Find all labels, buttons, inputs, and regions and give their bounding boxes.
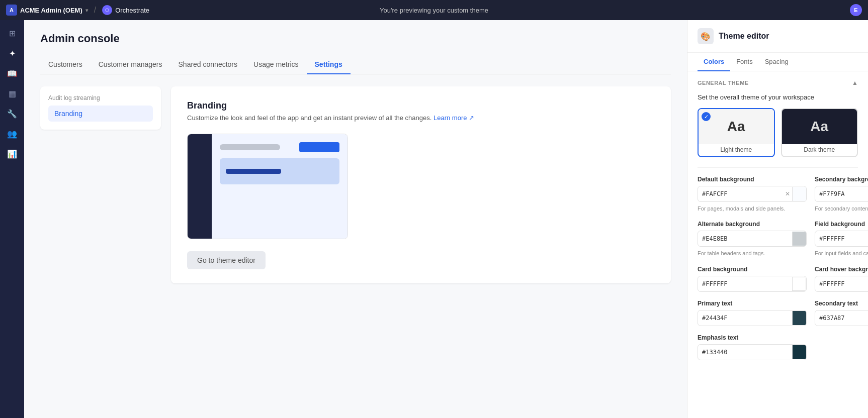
editor-body: GENERAL THEME ▲ Set the overall theme of… bbox=[687, 71, 868, 418]
editor-tab-spacing[interactable]: Spacing bbox=[759, 53, 795, 71]
primary-text-label: Primary text bbox=[698, 300, 807, 307]
preview-search-bar bbox=[220, 144, 280, 150]
sidebar-icon-grid[interactable]: ▦ bbox=[3, 84, 21, 102]
main-layout: ⊞ ✦ 📖 ▦ 🔧 👥 📊 Admin console Customers Cu… bbox=[0, 20, 868, 418]
tab-customers[interactable]: Customers bbox=[40, 55, 91, 74]
emphasis-text-hex-input[interactable] bbox=[698, 349, 792, 356]
goto-theme-editor-button[interactable]: Go to theme editor bbox=[187, 251, 266, 269]
card-bg-input-row bbox=[698, 276, 807, 292]
secondary-bg-label: Secondary background bbox=[815, 176, 868, 183]
logo-icon: A bbox=[6, 5, 17, 16]
preview-cta-button bbox=[299, 142, 339, 152]
preview-card bbox=[220, 158, 339, 184]
color-field-card-hover-bg: Card hover background bbox=[815, 266, 868, 292]
alternate-bg-desc: For table headers and tags. bbox=[698, 250, 807, 257]
color-field-card-bg: Card background bbox=[698, 266, 807, 292]
main-tabs: Customers Customer managers Shared conne… bbox=[40, 55, 671, 74]
preview-content-area bbox=[212, 134, 348, 239]
card-bg-swatch[interactable] bbox=[792, 277, 806, 291]
app-logo[interactable]: A ACME Admin (OEM) ▾ bbox=[6, 5, 88, 16]
sidebar-section-label: Audit log streaming bbox=[48, 94, 153, 101]
sidebar-icon-wrench[interactable]: 🔧 bbox=[3, 104, 21, 123]
card-bg-hex-input[interactable] bbox=[698, 280, 792, 287]
tab-shared-connectors[interactable]: Shared connectors bbox=[170, 55, 246, 74]
secondary-bg-hex-input[interactable] bbox=[815, 190, 868, 197]
top-bar: A ACME Admin (OEM) ▾ / ⬡ Orchestrate You… bbox=[0, 0, 868, 20]
light-theme-label: Light theme bbox=[699, 144, 774, 156]
sidebar-icon-home[interactable]: ⊞ bbox=[3, 24, 21, 42]
settings-branding-item[interactable]: Branding bbox=[48, 106, 153, 122]
alternate-bg-swatch[interactable] bbox=[792, 232, 806, 246]
divider-1 bbox=[698, 167, 858, 168]
emphasis-text-input-row bbox=[698, 344, 807, 360]
separator: / bbox=[94, 6, 96, 15]
primary-text-input-row bbox=[698, 310, 807, 326]
field-bg-hex-input[interactable] bbox=[815, 235, 868, 242]
theme-cards: ✓ Aa Light theme Aa Dark theme bbox=[698, 108, 858, 157]
card-bg-label: Card background bbox=[698, 266, 807, 273]
color-field-secondary-text: Secondary text bbox=[815, 300, 868, 326]
secondary-text-input-row bbox=[815, 310, 868, 326]
color-field-field-bg: Field background For input fields and ca… bbox=[815, 221, 868, 257]
preview-banner: You're previewing your custom theme bbox=[380, 7, 488, 14]
dark-theme-preview: Aa bbox=[782, 109, 857, 144]
primary-text-hex-input[interactable] bbox=[698, 315, 792, 322]
alternate-bg-label: Alternate background bbox=[698, 221, 807, 228]
selected-check-icon: ✓ bbox=[702, 112, 711, 121]
editor-tab-colors[interactable]: Colors bbox=[698, 53, 730, 71]
secondary-bg-desc: For secondary content or disabled state. bbox=[815, 205, 868, 213]
secondary-text-hex-input[interactable] bbox=[815, 315, 868, 322]
card-hover-bg-label: Card hover background bbox=[815, 266, 868, 273]
emphasis-text-label: Emphasis text bbox=[698, 334, 807, 341]
default-bg-desc: For pages, modals and side panels. bbox=[698, 205, 807, 213]
tab-settings[interactable]: Settings bbox=[307, 55, 351, 74]
learn-more-link[interactable]: Learn more ↗ bbox=[433, 114, 474, 122]
editor-tab-fonts[interactable]: Fonts bbox=[730, 53, 759, 71]
user-avatar[interactable]: E bbox=[850, 4, 862, 16]
color-field-default-bg: Default background ✕ For pages, modals a… bbox=[698, 176, 807, 213]
default-bg-clear-btn[interactable]: ✕ bbox=[783, 190, 792, 197]
emphasis-text-swatch[interactable] bbox=[792, 345, 806, 359]
default-bg-swatch[interactable] bbox=[792, 187, 806, 201]
field-bg-input-row bbox=[815, 231, 868, 247]
theme-preview bbox=[187, 134, 348, 239]
left-sidebar: ⊞ ✦ 📖 ▦ 🔧 👥 📊 bbox=[0, 20, 24, 418]
primary-text-swatch[interactable] bbox=[792, 311, 806, 325]
theme-editor-panel: 🎨 Theme editor Colors Fonts Spacing GENE… bbox=[687, 20, 868, 418]
app-name: ACME Admin (OEM) bbox=[20, 7, 82, 14]
card-hover-bg-hex-input[interactable] bbox=[815, 280, 868, 287]
orchestrate-icon: ⬡ bbox=[102, 5, 112, 15]
dark-theme-card[interactable]: Aa Dark theme bbox=[781, 108, 858, 157]
sidebar-icon-users[interactable]: 👥 bbox=[3, 125, 21, 143]
preview-card-line bbox=[226, 169, 281, 174]
tab-customer-managers[interactable]: Customer managers bbox=[91, 55, 170, 74]
color-field-emphasis-text: Emphasis text bbox=[698, 334, 807, 360]
content-area: Admin console Customers Customer manager… bbox=[24, 20, 687, 418]
alternate-bg-hex-input[interactable] bbox=[698, 235, 792, 242]
sidebar-icon-book[interactable]: 📖 bbox=[3, 64, 21, 82]
card-hover-bg-input-row bbox=[815, 276, 868, 292]
field-bg-desc: For input fields and canvas. bbox=[815, 250, 868, 257]
default-bg-hex-input[interactable] bbox=[698, 190, 783, 197]
default-bg-input-row: ✕ bbox=[698, 186, 807, 202]
preview-sidebar-bar bbox=[188, 134, 212, 239]
theme-editor-title: Theme editor bbox=[719, 32, 769, 41]
settings-main-panel: Branding Customize the look and feel of … bbox=[171, 86, 671, 283]
light-theme-card[interactable]: ✓ Aa Light theme bbox=[698, 108, 775, 157]
section-collapse-icon[interactable]: ▲ bbox=[852, 79, 858, 86]
sidebar-icon-settings[interactable]: ✦ bbox=[3, 44, 21, 62]
theme-editor-icon: 🎨 bbox=[698, 28, 714, 44]
tab-usage-metrics[interactable]: Usage metrics bbox=[245, 55, 306, 74]
secondary-text-label: Secondary text bbox=[815, 300, 868, 307]
general-theme-desc: Set the overall theme of your workspace bbox=[698, 93, 858, 101]
orchestrate-nav[interactable]: ⬡ Orchestrate bbox=[102, 5, 149, 15]
general-theme-section-header: GENERAL THEME ▲ bbox=[698, 79, 858, 86]
field-bg-label: Field background bbox=[815, 221, 868, 228]
branding-title: Branding bbox=[187, 100, 655, 111]
settings-sidebar: Audit log streaming Branding bbox=[40, 86, 161, 130]
sidebar-icon-chart[interactable]: 📊 bbox=[3, 145, 21, 163]
settings-layout: Audit log streaming Branding Branding Cu… bbox=[40, 86, 671, 283]
preview-top-row bbox=[220, 142, 339, 152]
color-fields-grid: Default background ✕ For pages, modals a… bbox=[698, 176, 858, 360]
alternate-bg-input-row bbox=[698, 231, 807, 247]
